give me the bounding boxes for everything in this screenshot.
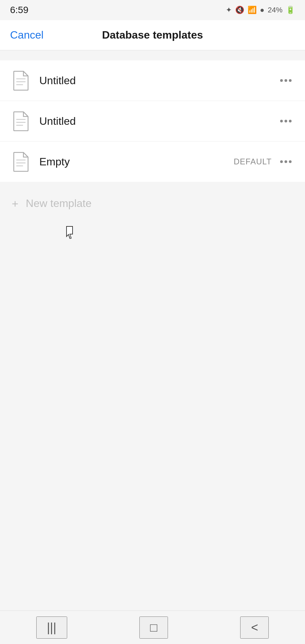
template-item-3[interactable]: Empty DEFAULT	[0, 142, 305, 182]
status-bar: 6:59 ✦ 🔇 📶 ● 24% 🔋	[0, 0, 305, 20]
cursor	[64, 226, 77, 243]
doc-icon-2	[12, 111, 29, 131]
more-menu-button-3[interactable]	[278, 159, 293, 165]
cancel-button[interactable]: Cancel	[10, 29, 44, 41]
bluetooth-icon: ✦	[226, 6, 232, 14]
header: Cancel Database templates	[0, 20, 305, 50]
doc-icon-1	[12, 70, 29, 91]
nav-menu-button[interactable]: |||	[36, 616, 67, 639]
template-name-3: Empty	[39, 156, 234, 168]
nav-home-button[interactable]: □	[139, 616, 168, 639]
template-name-2: Untitled	[39, 115, 278, 127]
status-icons: ✦ 🔇 📶 ● 24% 🔋	[226, 6, 295, 14]
battery-indicator: 24%	[268, 6, 282, 14]
nav-back-button[interactable]: <	[240, 616, 269, 639]
doc-icon-3	[12, 152, 29, 172]
page-title: Database templates	[102, 29, 203, 41]
battery-icon: 🔋	[286, 6, 295, 14]
nav-bar: ||| □ <	[0, 610, 305, 644]
spacer	[0, 50, 305, 60]
wifi-icon: 📶	[248, 6, 257, 14]
template-item-2[interactable]: Untitled	[0, 101, 305, 142]
more-menu-button-2[interactable]	[278, 118, 293, 124]
template-name-1: Untitled	[39, 74, 278, 87]
status-time: 6:59	[10, 5, 29, 15]
mute-icon: 🔇	[235, 6, 244, 14]
template-list: Untitled Untitled	[0, 60, 305, 182]
plus-icon: +	[12, 198, 18, 209]
new-template-button[interactable]: + New template	[0, 185, 305, 222]
signal-icon: ●	[260, 6, 264, 14]
new-template-label: New template	[26, 197, 92, 210]
more-menu-button-1[interactable]	[278, 77, 293, 84]
default-badge: DEFAULT	[234, 157, 272, 166]
template-item-1[interactable]: Untitled	[0, 60, 305, 101]
